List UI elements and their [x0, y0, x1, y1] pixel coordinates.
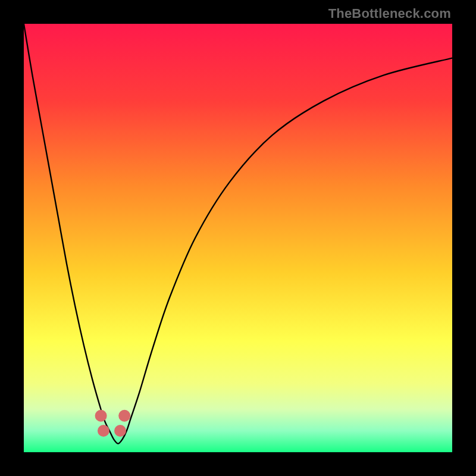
marker-dot [98, 425, 109, 437]
marker-dot [114, 425, 126, 437]
marker-dot [118, 410, 130, 422]
watermark-text: TheBottleneck.com [328, 6, 451, 21]
plot-area [24, 24, 452, 452]
curve-layer [24, 24, 452, 452]
curve-markers [95, 410, 131, 437]
marker-dot [95, 410, 107, 422]
chart-frame: TheBottleneck.com [0, 0, 476, 476]
bottleneck-curve [24, 24, 452, 444]
